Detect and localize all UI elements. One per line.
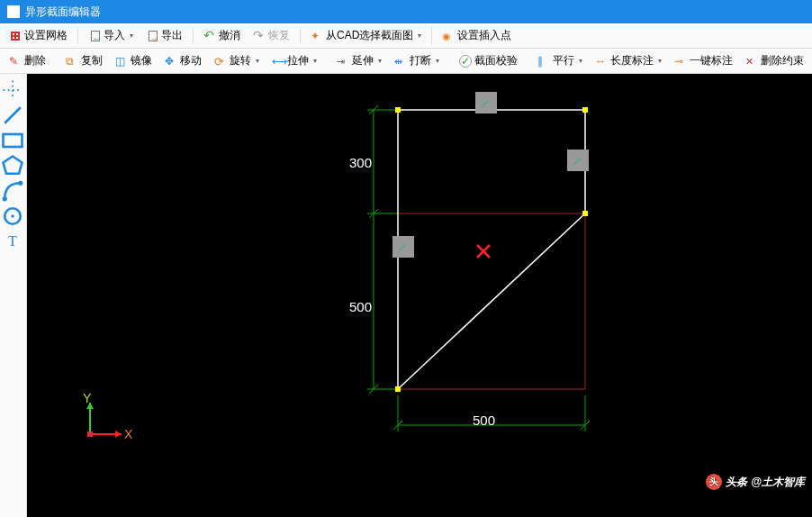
rotate-icon <box>214 55 227 68</box>
tool-text[interactable]: T <box>0 229 25 254</box>
svg-rect-29 <box>395 107 401 113</box>
svg-rect-31 <box>582 211 588 216</box>
svg-rect-39 <box>87 431 93 437</box>
copy-icon <box>66 55 78 68</box>
app-icon <box>7 5 20 18</box>
redo-button[interactable]: 恢复 <box>248 26 295 45</box>
constraint-marker[interactable] <box>392 236 414 258</box>
grid-icon <box>9 30 22 42</box>
svg-line-2 <box>5 107 21 123</box>
separator <box>431 28 432 44</box>
watermark-icon: 头 <box>706 474 722 490</box>
tool-rect[interactable] <box>0 128 25 153</box>
delete-constraint-icon <box>745 55 758 68</box>
drawing-canvas[interactable]: 300 500 500 X Y <box>27 74 812 517</box>
cad-button[interactable]: 从CAD选择截面图 <box>305 26 427 45</box>
svg-rect-30 <box>582 107 588 113</box>
point-icon <box>442 30 455 42</box>
constraint-marker[interactable] <box>567 150 589 171</box>
grid-button[interactable]: 设置网格 <box>4 26 73 45</box>
svg-point-8 <box>11 214 14 218</box>
tool-point[interactable] <box>0 77 25 103</box>
mirror-button[interactable]: 镜像 <box>110 51 158 70</box>
dimension-icon <box>595 55 608 68</box>
svg-point-5 <box>3 196 7 201</box>
delconstraint-button[interactable]: 删除约束 <box>740 51 809 70</box>
parallel-button[interactable]: 平行 <box>532 51 588 70</box>
svg-point-6 <box>18 181 23 186</box>
separator <box>77 28 78 44</box>
move-icon <box>165 55 177 68</box>
rotate-button[interactable]: 旋转 <box>209 51 265 70</box>
export-button[interactable]: 导出 <box>140 26 188 45</box>
toolbar-1: 设置网格 导入 导出 撤消 恢复 从CAD选择截面图 设置插入点 <box>0 23 812 49</box>
extend-icon <box>337 55 349 68</box>
cad-icon <box>311 30 323 42</box>
separator <box>193 28 194 44</box>
extend-button[interactable]: 延伸 <box>331 51 387 70</box>
tool-line[interactable] <box>0 103 25 128</box>
text-icon: T <box>8 233 17 249</box>
import-button[interactable]: 导入 <box>83 26 139 45</box>
key-icon <box>674 55 687 68</box>
verify-button[interactable]: 截面校验 <box>454 51 523 70</box>
tool-polygon[interactable] <box>0 153 25 178</box>
break-icon <box>394 55 407 68</box>
export-icon <box>146 30 158 42</box>
constraint-marker[interactable] <box>475 92 497 113</box>
stretch-icon <box>272 55 284 68</box>
titlebar: 异形截面编辑器 <box>0 0 812 23</box>
toolbar-2: 删除 复制 镜像 移动 旋转 拉伸 延伸 打断 截面校验 平行 长度标注 一键标… <box>0 49 812 74</box>
redo-icon <box>253 30 266 42</box>
insert-point-button[interactable]: 设置插入点 <box>437 26 517 45</box>
dim-500v: 500 <box>349 299 372 314</box>
parallel-icon <box>537 55 550 68</box>
stretch-button[interactable]: 拉伸 <box>266 51 322 70</box>
tool-arc[interactable] <box>0 178 25 204</box>
svg-rect-3 <box>4 134 23 147</box>
onekey-button[interactable]: 一键标注 <box>669 51 738 70</box>
move-button[interactable]: 移动 <box>159 51 207 70</box>
svg-line-27 <box>398 213 585 389</box>
mirror-icon <box>115 55 128 68</box>
separator <box>300 28 301 44</box>
tool-circle[interactable] <box>0 204 25 229</box>
break-button[interactable]: 打断 <box>389 51 445 70</box>
delete-button[interactable]: 删除 <box>4 51 51 70</box>
left-sidebar: T <box>0 74 27 517</box>
dim-500h: 500 <box>473 413 495 428</box>
delete-icon <box>9 55 22 68</box>
length-button[interactable]: 长度标注 <box>590 51 667 70</box>
copy-button[interactable]: 复制 <box>60 51 108 70</box>
check-icon <box>459 55 472 68</box>
undo-button[interactable]: 撤消 <box>198 26 246 45</box>
svg-marker-36 <box>115 431 122 438</box>
dim-300: 300 <box>349 155 372 170</box>
axis-y-label: Y <box>83 391 91 405</box>
svg-marker-4 <box>4 157 23 174</box>
svg-rect-32 <box>395 386 401 392</box>
axis-x-label: X <box>124 427 132 441</box>
import-icon <box>88 30 101 42</box>
window-title: 异形截面编辑器 <box>25 5 101 20</box>
undo-icon <box>203 30 216 42</box>
watermark: 头 头条 @土木智库 <box>706 474 805 490</box>
